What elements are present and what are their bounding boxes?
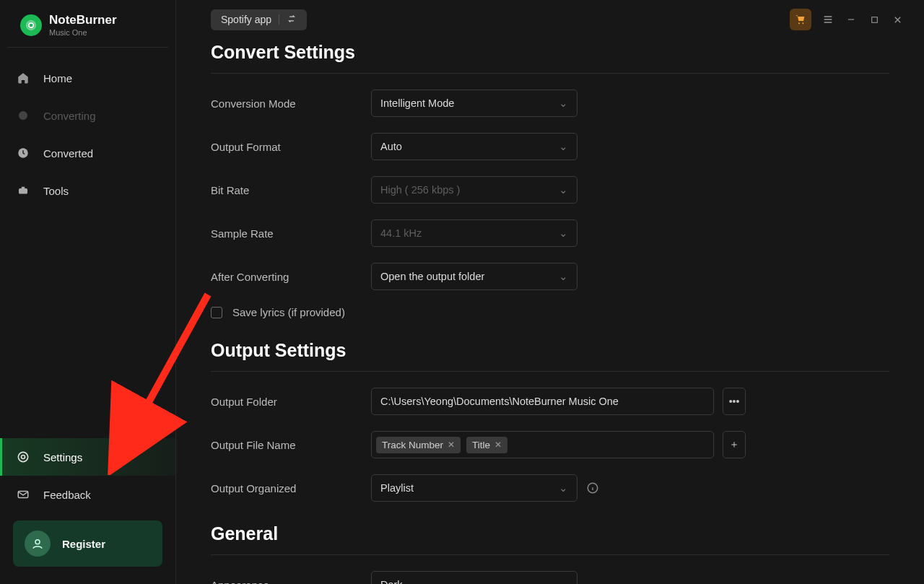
label-output-format: Output Format bbox=[211, 141, 371, 153]
select-value: Playlist bbox=[380, 482, 414, 494]
sidebar-item-label: Home bbox=[43, 72, 72, 84]
minimize-icon[interactable] bbox=[845, 13, 858, 26]
select-after-converting[interactable]: Open the output folder ⌄ bbox=[371, 263, 578, 290]
sidebar-item-feedback[interactable]: Feedback bbox=[0, 476, 175, 513]
select-bit-rate: High ( 256 kbps ) ⌄ bbox=[371, 176, 578, 204]
select-value: High ( 256 kbps ) bbox=[380, 184, 460, 196]
checkbox-save-lyrics[interactable] bbox=[211, 307, 222, 318]
chevron-down-icon: ⌄ bbox=[559, 271, 568, 282]
source-label: Spotify app bbox=[221, 14, 271, 25]
filename-tag[interactable]: Track Number ✕ bbox=[376, 437, 461, 453]
svg-point-0 bbox=[29, 22, 34, 27]
brand-name: NoteBurner bbox=[49, 13, 117, 27]
svg-rect-4 bbox=[19, 188, 27, 194]
select-appearance[interactable]: Dark ⌄ bbox=[371, 571, 578, 584]
add-tag-button[interactable]: ＋ bbox=[723, 431, 746, 458]
clock-icon bbox=[16, 146, 30, 160]
chevron-down-icon: ⌄ bbox=[559, 227, 568, 239]
select-conversion-mode[interactable]: Intelligent Mode ⌄ bbox=[371, 90, 578, 117]
label-output-organized: Output Organized bbox=[211, 482, 371, 494]
input-output-filename[interactable]: Track Number ✕ Title ✕ bbox=[371, 431, 714, 458]
select-value: Intelligent Mode bbox=[380, 97, 454, 109]
filename-tag[interactable]: Title ✕ bbox=[466, 437, 507, 453]
mail-icon bbox=[16, 487, 30, 502]
select-output-organized[interactable]: Playlist ⌄ bbox=[371, 474, 578, 502]
register-label: Register bbox=[62, 538, 105, 550]
remove-tag-icon[interactable]: ✕ bbox=[494, 440, 502, 450]
sidebar-item-converting[interactable]: Converting bbox=[0, 97, 175, 134]
brand: NoteBurner Music One bbox=[7, 9, 168, 48]
cart-button[interactable] bbox=[790, 9, 811, 30]
nav-top: Home Converting Converted Tools bbox=[0, 56, 175, 212]
svg-point-11 bbox=[802, 22, 803, 24]
chevron-down-icon: ⌄ bbox=[559, 184, 568, 196]
chevron-down-icon: ⌄ bbox=[559, 579, 568, 584]
brand-subtitle: Music One bbox=[49, 28, 117, 37]
sidebar-item-settings[interactable]: Settings bbox=[0, 438, 175, 476]
maximize-icon[interactable] bbox=[868, 13, 881, 26]
section-title-general: General bbox=[211, 523, 889, 555]
select-value: Open the output folder bbox=[380, 271, 484, 282]
main: Spotify app Convert Settings Conversion … bbox=[176, 0, 924, 584]
sidebar-item-home[interactable]: Home bbox=[0, 59, 175, 97]
label-save-lyrics: Save lyrics (if provided) bbox=[232, 306, 345, 318]
select-sample-rate: 44.1 kHz ⌄ bbox=[371, 219, 578, 247]
chevron-down-icon: ⌄ bbox=[559, 141, 568, 152]
chevron-down-icon: ⌄ bbox=[559, 482, 568, 494]
app-logo bbox=[20, 14, 42, 36]
sidebar: NoteBurner Music One Home Converting Con… bbox=[0, 0, 176, 584]
select-output-format[interactable]: Auto ⌄ bbox=[371, 133, 578, 160]
chevron-down-icon: ⌄ bbox=[559, 97, 568, 109]
label-output-folder: Output Folder bbox=[211, 396, 371, 408]
tag-label: Title bbox=[472, 440, 490, 450]
sidebar-item-label: Settings bbox=[43, 451, 82, 463]
input-value: C:\Users\Yeong\Documents\NoteBurner Musi… bbox=[380, 396, 619, 407]
converting-icon bbox=[16, 108, 30, 123]
source-selector[interactable]: Spotify app bbox=[211, 9, 307, 30]
swap-icon bbox=[287, 14, 297, 26]
sidebar-item-converted[interactable]: Converted bbox=[0, 134, 175, 172]
info-icon[interactable] bbox=[586, 481, 599, 494]
svg-rect-5 bbox=[22, 187, 25, 189]
svg-rect-12 bbox=[871, 17, 877, 22]
sidebar-item-label: Tools bbox=[43, 185, 69, 197]
label-sample-rate: Sample Rate bbox=[211, 227, 371, 240]
nav-bottom: Settings Feedback Register bbox=[0, 435, 175, 584]
svg-point-2 bbox=[19, 111, 27, 120]
sidebar-item-tools[interactable]: Tools bbox=[0, 172, 175, 209]
svg-point-10 bbox=[798, 22, 800, 24]
sidebar-item-label: Feedback bbox=[43, 489, 91, 501]
label-output-filename: Output File Name bbox=[211, 439, 371, 451]
select-value: Auto bbox=[380, 141, 402, 152]
window-controls bbox=[790, 9, 910, 30]
section-title-output: Output Settings bbox=[211, 340, 889, 372]
label-conversion-mode: Conversion Mode bbox=[211, 97, 371, 110]
tag-label: Track Number bbox=[382, 440, 443, 450]
gear-icon bbox=[16, 450, 30, 464]
sidebar-item-label: Converted bbox=[43, 147, 93, 160]
home-icon bbox=[16, 71, 30, 85]
input-output-folder[interactable]: C:\Users\Yeong\Documents\NoteBurner Musi… bbox=[371, 388, 714, 415]
ellipsis-icon: ••• bbox=[729, 396, 740, 407]
svg-point-7 bbox=[22, 456, 25, 459]
sidebar-item-label: Converting bbox=[43, 110, 96, 122]
select-value: 44.1 kHz bbox=[380, 227, 422, 239]
svg-point-6 bbox=[18, 452, 27, 461]
browse-button[interactable]: ••• bbox=[723, 388, 746, 415]
label-bit-rate: Bit Rate bbox=[211, 184, 371, 196]
section-title-convert: Convert Settings bbox=[211, 42, 889, 74]
user-icon bbox=[25, 531, 51, 557]
topbar: Spotify app bbox=[176, 0, 924, 39]
select-value: Dark bbox=[380, 579, 403, 584]
label-appearance: Appearance bbox=[211, 579, 371, 585]
menu-icon[interactable] bbox=[821, 13, 834, 26]
label-after-converting: After Converting bbox=[211, 271, 371, 283]
plus-icon: ＋ bbox=[729, 438, 739, 451]
remove-tag-icon[interactable]: ✕ bbox=[448, 440, 455, 450]
close-icon[interactable] bbox=[891, 13, 904, 26]
svg-point-9 bbox=[35, 540, 40, 544]
toolbox-icon bbox=[16, 183, 30, 198]
register-button[interactable]: Register bbox=[13, 520, 162, 567]
